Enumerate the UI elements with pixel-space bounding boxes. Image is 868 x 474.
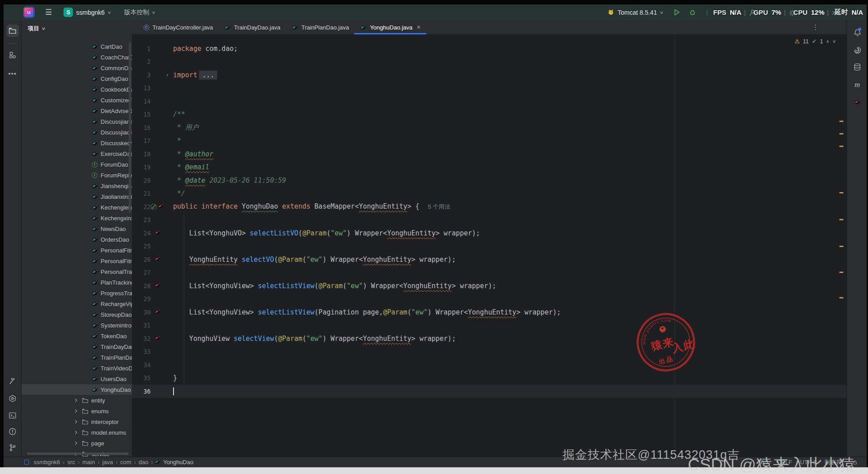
code-line-35[interactable]: 35 } [132,372,847,385]
tree-item-TrainPlanDao[interactable]: TrainPlanDao [21,352,132,363]
code-line-20[interactable]: 20 * @date 2023-05-26 11:50:59 [132,174,847,187]
code-line-19[interactable]: 19 * @email [132,161,847,174]
git-toolwindow-button[interactable] [6,441,19,454]
warning-stripe-mark[interactable] [839,121,843,122]
mybatis-statement-icon[interactable] [154,308,161,317]
mybatis-statement-icon[interactable] [154,334,161,343]
close-icon[interactable]: ✕ [416,24,421,30]
tree-item-SystemintroDao[interactable]: SystemintroDao [21,320,132,331]
code-line-34[interactable]: 34 [132,358,847,372]
tab-TrainPlanDao.java[interactable]: TrainPlanDao.java [286,20,354,34]
services-toolwindow-button[interactable] [6,392,19,405]
warning-stripe-mark[interactable] [839,246,843,247]
chevron-right-icon[interactable] [73,440,79,447]
tree-item-ConfigDao[interactable]: ConfigDao [21,73,132,84]
breadcrumb-item[interactable]: com [120,459,131,466]
chevron-right-icon[interactable] [73,429,79,436]
tab-TrainDayDao.java[interactable]: TrainDayDao.java [218,20,286,34]
tree-item-KechengleixingDao[interactable]: KechengleixingDao [21,202,132,213]
code-line-17[interactable]: 17 * [132,134,847,148]
problems-toolwindow-button[interactable] [6,425,19,438]
tree-item-TokenDao[interactable]: TokenDao [21,331,132,341]
project-toolwindow-button[interactable] [6,25,19,37]
tree-item-DiscussjianshenqicaiDao[interactable]: DiscussjianshenqicaiDao [21,116,132,127]
breadcrumb-leaf[interactable]: YonghuDao [154,458,193,466]
tree-vertical-scrollbar[interactable] [129,42,131,212]
warning-stripe-mark[interactable] [839,192,843,193]
tree-item-PersonalFitnessDayDao[interactable]: PersonalFitnessDayDao [21,245,132,256]
tree-item-CoachChatDao[interactable]: CoachChatDao [21,52,132,63]
code-line-1[interactable]: 1 package com.dao; [132,42,847,55]
tree-item-NewsDao[interactable]: NewsDao [21,223,132,234]
code-line-13[interactable]: 13 [132,82,847,95]
more-toolwindows-button[interactable]: ••• [6,67,19,80]
tree-item-CommonDao[interactable]: CommonDao [21,63,132,73]
breadcrumb-item[interactable]: ssmbgnk6 [34,459,60,466]
code-line-27[interactable]: 27 [132,266,847,280]
breadcrumb-item[interactable]: java [102,459,113,466]
warning-stripe-mark[interactable] [839,272,843,273]
code-line-26[interactable]: 26 YonghuEntity selectVO(@Param("ew") Wr… [132,253,847,266]
warning-stripe-mark[interactable] [839,297,843,298]
code-line-33[interactable]: 33 [132,345,847,359]
vcs-widget[interactable]: 版本控制 ∨ [124,8,155,17]
next-problem-icon[interactable]: ∨ [833,39,836,44]
code-line-21[interactable]: 21 */ [132,187,847,201]
tree-item-UsersDao[interactable]: UsersDao [21,373,132,384]
project-widget[interactable]: S ssmbgnk6 ∨ [64,8,110,17]
tree-item-CartDao[interactable]: CartDao [21,41,132,52]
run-configuration[interactable]: Tomcat 8.5.41 ∨ [607,9,663,16]
debug-button[interactable] [689,8,696,16]
code-line-3[interactable]: 3 › import... [132,68,847,82]
chevron-right-icon[interactable] [73,407,79,415]
code-line-29[interactable]: 29 [132,293,847,306]
mybatis-statement-icon[interactable] [154,255,161,264]
tree-item-JianshenqicaiDao[interactable]: JianshenqicaiDao [21,180,132,191]
code-line-31[interactable]: 31 [132,319,847,332]
code-line-25[interactable]: 25 [132,240,847,253]
tree-item-CookbookDao[interactable]: CookbookDao [21,84,132,95]
notifications-button[interactable] [852,27,863,38]
code-line-22[interactable]: 22 public interface YonghuDao extends Ba… [132,200,847,214]
run-button[interactable] [673,8,681,16]
inspection-widget[interactable]: ⚠ 11 ✔ 1 ∧ ∨ [795,38,836,45]
mybatis-statement-icon[interactable] [154,229,161,238]
tree-item-page[interactable]: page [21,438,132,449]
breadcrumb-item[interactable]: main [82,459,95,466]
warning-stripe-mark[interactable] [839,133,843,134]
code-line-36[interactable]: 36 [132,385,847,398]
code-line-16[interactable]: 16 * 用户 [132,121,847,134]
prev-problem-icon[interactable]: ∧ [826,39,829,44]
tree-item-PlanTrackingDao[interactable]: PlanTrackingDao [21,277,132,288]
code-line-14[interactable]: 14 [132,95,847,108]
code-editor[interactable]: 1 package com.dao; 2 3 › import... 13 14… [132,35,847,457]
project-panel-header[interactable]: 项目 ∨ [21,20,132,33]
code-line-15[interactable]: 15 /** [132,108,847,122]
tree-item-ForumReplyDao[interactable]: I ForumReplyDao [21,170,132,180]
mybatis-statement-icon[interactable] [154,281,161,290]
code-line-30[interactable]: 30 List<YonghuView> selectListView(Pagin… [132,306,847,319]
tree-item-OrdersDao[interactable]: OrdersDao [21,234,132,245]
implemented-icon[interactable] [151,204,157,210]
tree-item-entity[interactable]: entity [21,395,132,406]
tree-item-model.enums[interactable]: model.enums [21,427,132,438]
build-toolwindow-button[interactable] [6,375,19,388]
tree-item-interceptor[interactable]: interceptor [21,416,132,427]
warning-stripe-mark[interactable] [839,219,843,220]
breadcrumb-item[interactable]: src [68,459,75,466]
tab-YonghuDao.java[interactable]: YonghuDao.java ✕ [354,20,426,34]
code-line-23[interactable]: 23 [132,214,847,227]
tree-item-TrainVideoDao[interactable]: TrainVideoDao [21,363,132,373]
mybatis-statement-icon[interactable] [157,202,164,211]
tree-item-CustomizedTrainPlanDao[interactable]: CustomizedTrainPlanDao [21,95,132,105]
tree-item-DietAdviseDao[interactable]: DietAdviseDao [21,105,132,116]
tree-horizontal-scrollbar[interactable] [27,453,129,455]
tree-item-KechengxinxiDao[interactable]: KechengxinxiDao [21,213,132,223]
tree-item-DiscusskechengxinxiDao[interactable]: DiscusskechengxinxiDao [21,138,132,148]
code-line-18[interactable]: 18 * @author [132,147,847,161]
code-line-2[interactable]: 2 [132,55,847,69]
tree-item-ProgressTrackingDao[interactable]: ProgressTrackingDao [21,288,132,298]
tree-item-StoreupDao[interactable]: StoreupDao [21,309,132,320]
chevron-right-icon[interactable] [73,418,79,425]
tree-item-DiscussjiaolianxinxiDao[interactable]: DiscussjiaolianxinxiDao [21,127,132,138]
